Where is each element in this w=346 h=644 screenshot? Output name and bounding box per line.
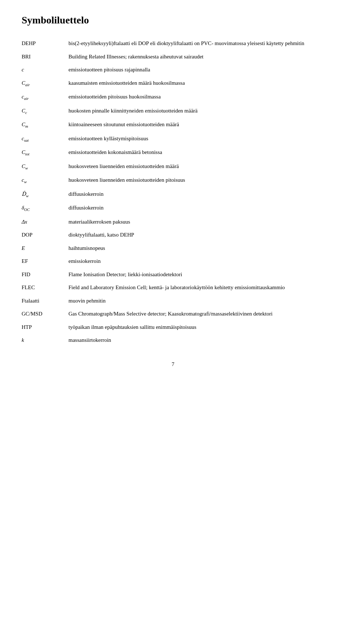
description-cell: muovin pehmitin: [68, 294, 324, 308]
description-cell: Field and Laboratory Emission Cell; kent…: [68, 281, 324, 294]
table-row: DOPdioktyyliftalaatti, katso DEHP: [22, 228, 324, 242]
symbol-cell: δOC: [22, 201, 68, 215]
symbol-cell: cw: [22, 173, 68, 188]
table-row: Ctotemissiotuotteiden kokonaismäärä beto…: [22, 146, 324, 160]
table-row: Ftalaattimuovin pehmitin: [22, 294, 324, 308]
table-row: Cchuokosten pinnalle kiinnittyneiden emi…: [22, 104, 324, 118]
table-row: FLECField and Laboratory Emission Cell; …: [22, 281, 324, 294]
symbol-cell: DEHP: [22, 37, 68, 50]
symbol-cell: Ctot: [22, 146, 68, 160]
description-cell: emissiotuotteiden pitoisuus huokosilmass…: [68, 90, 324, 104]
table-row: Ḋwdiffuusiokerroin: [22, 188, 324, 202]
table-row: δOCdiffuusiokerroin: [22, 201, 324, 215]
symbol-cell: DOP: [22, 228, 68, 242]
description-cell: emissiotuotteiden kokonaismäärä betoniss…: [68, 146, 324, 160]
description-cell: emissiotuotteen kyllästymispitoisuus: [68, 132, 324, 146]
description-cell: emissiotuotteen pitoisuus rajapinnalla: [68, 63, 324, 76]
table-row: Cmkiintoaineeseen sitoutunut emissiotuot…: [22, 118, 324, 132]
table-row: Cwhuokosveteen liuenneiden emissiotuotte…: [22, 160, 324, 174]
symbol-cell: csat: [22, 132, 68, 146]
table-row: cemissiotuotteen pitoisuus rajapinnalla: [22, 63, 324, 76]
table-row: EFemissiokerroin: [22, 255, 324, 268]
table-row: Cairkaasumaisten emissiotuotteiden määrä…: [22, 76, 324, 91]
symbol-cell: c: [22, 63, 68, 76]
symbol-cell: Ḋw: [22, 188, 68, 202]
description-cell: dioktyyliftalaatti, katso DEHP: [68, 228, 324, 242]
table-row: HTPtyöpaikan ilman epäpuhtauksien sallit…: [22, 321, 324, 334]
table-row: GC/MSDGas Chromatograph/Mass Selective d…: [22, 307, 324, 321]
description-cell: Gas Chromatograph/Mass Selective detecto…: [68, 307, 324, 321]
symbol-cell: FID: [22, 268, 68, 281]
table-row: csatemissiotuotteen kyllästymispitoisuus: [22, 132, 324, 146]
table-row: cwhuokosveteen liuenneiden emissiotuotte…: [22, 173, 324, 188]
description-cell: massansiirtokerroin: [68, 334, 324, 347]
description-cell: kaasumaisten emissiotuotteiden määrä huo…: [68, 76, 324, 91]
symbol-cell: Cair: [22, 76, 68, 91]
symbol-cell: Cw: [22, 160, 68, 174]
description-cell: huokosten pinnalle kiinnittyneiden emiss…: [68, 104, 324, 118]
symbol-cell: FLEC: [22, 281, 68, 294]
table-row: cairemissiotuotteiden pitoisuus huokosil…: [22, 90, 324, 104]
page-title: Symboliluettelo: [22, 14, 324, 26]
table-row: Ehaihtumisnopeus: [22, 242, 324, 255]
description-cell: diffuusiokerroin: [68, 201, 324, 215]
symbol-cell: cair: [22, 90, 68, 104]
description-cell: työpaikan ilman epäpuhtauksien sallittu …: [68, 321, 324, 334]
page-number: 7: [22, 361, 324, 367]
table-row: FIDFlame Ionisation Detector; liekki-ion…: [22, 268, 324, 281]
description-cell: haihtumisnopeus: [68, 242, 324, 255]
symbol-cell: Cm: [22, 118, 68, 132]
table-row: Δxmateriaalikerroksen paksuus: [22, 215, 324, 229]
description-cell: Building Related Illnesses; rakennuksest…: [68, 50, 324, 63]
symbol-cell: Cc: [22, 104, 68, 118]
symbol-table: DEHPbis(2-etyyliheksyyli)ftalaatti eli D…: [22, 37, 324, 347]
description-cell: materiaalikerroksen paksuus: [68, 215, 324, 229]
description-cell: emissiokerroin: [68, 255, 324, 268]
symbol-cell: k: [22, 334, 68, 347]
description-cell: diffuusiokerroin: [68, 188, 324, 202]
symbol-cell: GC/MSD: [22, 307, 68, 321]
description-cell: huokosveteen liuenneiden emissiotuotteid…: [68, 160, 324, 174]
table-row: kmassansiirtokerroin: [22, 334, 324, 347]
symbol-cell: Ftalaatti: [22, 294, 68, 308]
description-cell: huokosveteen liuenneiden emissiotuotteid…: [68, 173, 324, 188]
symbol-cell: E: [22, 242, 68, 255]
symbol-cell: EF: [22, 255, 68, 268]
description-cell: Flame Ionisation Detector; liekki-ionisa…: [68, 268, 324, 281]
table-row: BRIBuilding Related Illnesses; rakennuks…: [22, 50, 324, 63]
description-cell: bis(2-etyyliheksyyli)ftalaatti eli DOP e…: [68, 37, 324, 50]
table-row: DEHPbis(2-etyyliheksyyli)ftalaatti eli D…: [22, 37, 324, 50]
symbol-cell: Δx: [22, 215, 68, 229]
description-cell: kiintoaineeseen sitoutunut emissiotuotte…: [68, 118, 324, 132]
symbol-cell: HTP: [22, 321, 68, 334]
symbol-cell: BRI: [22, 50, 68, 63]
